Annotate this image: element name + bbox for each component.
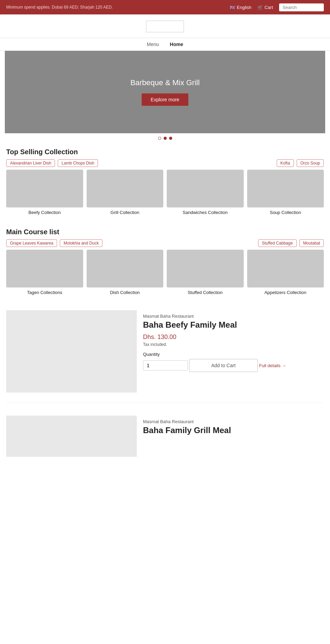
hero-dot-3[interactable] [169, 137, 172, 140]
collection-beefy[interactable]: Beefy Collection [6, 170, 83, 215]
collection-grill-label: Grill Collection [110, 210, 139, 215]
explore-button[interactable]: Explore more [142, 93, 188, 106]
top-selling-right-tags: Kofta Orzo Soup [277, 159, 324, 167]
cart-label: Cart [264, 5, 273, 10]
top-selling-grid: Beefy Collection Grill Collection Sandwi… [6, 170, 324, 215]
nav-home[interactable]: Home [170, 42, 183, 47]
tag-orzo[interactable]: Orzo Soup [297, 159, 324, 167]
collection-grill[interactable]: Grill Collection [87, 170, 164, 215]
collection-stuffed-label: Stuffed Collection [188, 290, 223, 295]
tag-lamb[interactable]: Lamb Chops Dish [58, 159, 98, 167]
tag-molokhia[interactable]: Molokhia and Duck [60, 239, 102, 247]
product2-shop: Masmat Baha Restaurant [143, 419, 318, 424]
cart-button[interactable]: 🛒 Cart [257, 5, 273, 10]
tag-kofta[interactable]: Kofta [277, 159, 294, 167]
flag-icon: 🇬🇧 [230, 5, 235, 10]
collection-soup-label: Soup Collection [270, 210, 301, 215]
tag-stuffed-cabbage[interactable]: Stuffed Cabbage [258, 239, 297, 247]
collection-dish[interactable]: Dish Collection [87, 250, 164, 295]
tag-alexandrian[interactable]: Alexandrian Liver Dish [6, 159, 55, 167]
nav-bar: Menu Home [0, 38, 330, 51]
collection-grill-img [87, 170, 164, 207]
main-course-right-tags: Stuffed Cabbage Moutabal [258, 239, 324, 247]
product1-tax: Tax included. [143, 342, 318, 347]
top-bar: Minimum spend applies. Dubai 69 AED; Sha… [0, 0, 330, 14]
product1-qty-input[interactable] [143, 360, 188, 371]
collection-stuffed[interactable]: Stuffed Collection [167, 250, 244, 295]
collection-appetizers-label: Appetizers Collection [264, 290, 306, 295]
main-course-left-tags: Grape Leaves Kawarea Molokhia and Duck [6, 239, 102, 247]
logo-area [0, 14, 330, 35]
tag-grape-leaves[interactable]: Grape Leaves Kawarea [6, 239, 57, 247]
collection-appetizers[interactable]: Appetizers Collection [247, 250, 324, 295]
logo[interactable] [146, 21, 184, 32]
top-selling-left-tags: Alexandrian Liver Dish Lamb Chops Dish [6, 159, 98, 167]
top-bar-notice: Minimum spend applies. Dubai 69 AED; Sha… [6, 4, 113, 10]
collection-beefy-label: Beefy Collection [29, 210, 61, 215]
product1-section: Masmat Baha Restaurant Baha Beefy Family… [0, 300, 330, 412]
product2-section: Masmat Baha Restaurant Baha Family Grill… [0, 412, 330, 477]
main-course-grid: Tagen Collections Dish Collection Stuffe… [6, 250, 324, 295]
product2-name: Baha Family Grill Meal [143, 426, 318, 436]
collection-sandwiches-img [167, 170, 244, 207]
main-course-section: Main Course list Grape Leaves Kawarea Mo… [0, 220, 330, 295]
search-input[interactable] [279, 3, 324, 11]
top-selling-section: Top Selling Collection Alexandrian Liver… [0, 142, 330, 215]
collection-sandwiches-label: Sandwiches Collection [183, 210, 228, 215]
collection-soup[interactable]: Soup Collection [247, 170, 324, 215]
product1-block: Masmat Baha Restaurant Baha Beefy Family… [6, 310, 324, 403]
collection-sandwiches[interactable]: Sandwiches Collection [167, 170, 244, 215]
main-course-tag-rows: Grape Leaves Kawarea Molokhia and Duck S… [6, 239, 324, 247]
hero-dots [0, 133, 330, 142]
collection-dish-label: Dish Collection [110, 290, 140, 295]
top-bar-actions: 🇬🇧 English 🛒 Cart [230, 3, 324, 11]
collection-soup-img [247, 170, 324, 207]
product1-name: Baha Beefy Family Meal [143, 320, 318, 330]
product1-price: Dhs. 130.00 [143, 334, 318, 341]
product1-add-cart-button[interactable]: Add to Cart [189, 359, 258, 372]
hero-title: Barbeque & Mix Grill [130, 78, 200, 87]
hero-dot-2[interactable] [164, 137, 167, 140]
collection-beefy-img [6, 170, 83, 207]
collection-tagen-img [6, 250, 83, 287]
hero-banner: Barbeque & Mix Grill Explore more [5, 51, 325, 133]
product1-image [6, 310, 137, 393]
cart-icon: 🛒 [257, 5, 263, 10]
product2-info: Masmat Baha Restaurant Baha Family Grill… [137, 416, 324, 457]
hero-dot-1[interactable] [158, 137, 161, 140]
collection-stuffed-img [167, 250, 244, 287]
top-selling-title: Top Selling Collection [6, 148, 324, 156]
product1-qty-label: Quantity [143, 352, 318, 357]
lang-label: English [237, 5, 252, 10]
collection-tagen-label: Tagen Collections [27, 290, 62, 295]
product1-shop: Masmat Baha Restaurant [143, 314, 318, 319]
collection-dish-img [87, 250, 164, 287]
collection-tagen[interactable]: Tagen Collections [6, 250, 83, 295]
main-course-title: Main Course list [6, 228, 324, 236]
product1-full-details[interactable]: Full details → [259, 363, 286, 368]
language-selector[interactable]: 🇬🇧 English [230, 5, 252, 10]
product1-info: Masmat Baha Restaurant Baha Beefy Family… [137, 310, 324, 393]
collection-appetizers-img [247, 250, 324, 287]
tag-moutabal[interactable]: Moutabal [299, 239, 324, 247]
top-selling-tag-rows: Alexandrian Liver Dish Lamb Chops Dish K… [6, 159, 324, 167]
product2-image [6, 416, 137, 457]
product2-block: Masmat Baha Restaurant Baha Family Grill… [6, 416, 324, 457]
nav-menu[interactable]: Menu [147, 42, 159, 47]
